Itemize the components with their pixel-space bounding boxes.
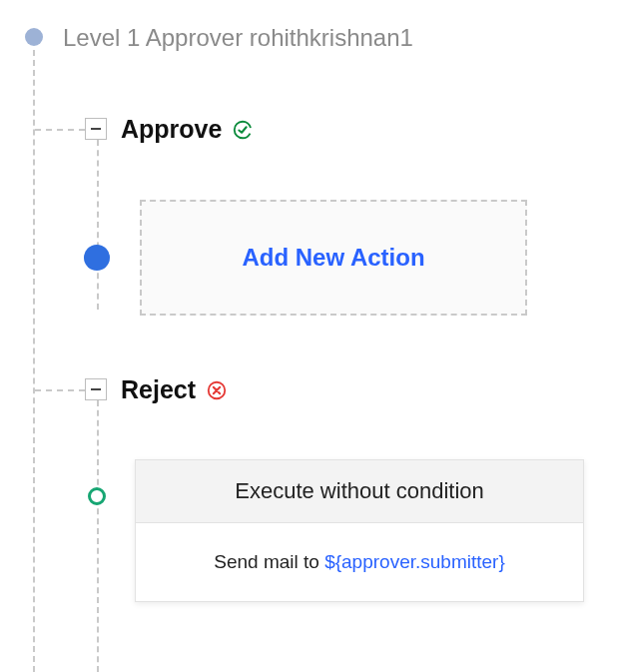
add-new-action-label: Add New Action (242, 244, 424, 272)
collapse-toggle-reject[interactable] (85, 378, 107, 400)
action-body-prefix: Send mail to (214, 551, 324, 572)
tree-connector (33, 50, 35, 672)
action-card-body: Send mail to ${approver.submitter} (136, 523, 583, 601)
root-node-dot (25, 28, 43, 46)
tree-connector (35, 129, 85, 131)
approve-check-icon (232, 119, 254, 141)
action-body-variable: ${approver.submitter} (324, 551, 505, 572)
tree-connector (35, 389, 85, 391)
add-new-action-button[interactable]: Add New Action (140, 200, 527, 316)
tree-connector (97, 400, 99, 672)
branch-approve-label: Approve (121, 115, 222, 144)
reject-x-icon (206, 379, 228, 401)
svg-point-0 (235, 121, 252, 138)
action-card-execute[interactable]: Execute without condition Send mail to $… (135, 459, 584, 602)
collapse-toggle-approve[interactable] (85, 118, 107, 140)
branch-reject-label-row: Reject (121, 375, 228, 404)
action-card-header: Execute without condition (136, 460, 583, 523)
branch-approve-label-row: Approve (121, 115, 254, 144)
action-node-dot (84, 245, 110, 271)
action-node-ring (88, 487, 106, 505)
tree-connector (97, 140, 99, 310)
branch-reject-label: Reject (121, 375, 196, 404)
root-node-label: Level 1 Approver rohithkrishnan1 (63, 24, 413, 52)
